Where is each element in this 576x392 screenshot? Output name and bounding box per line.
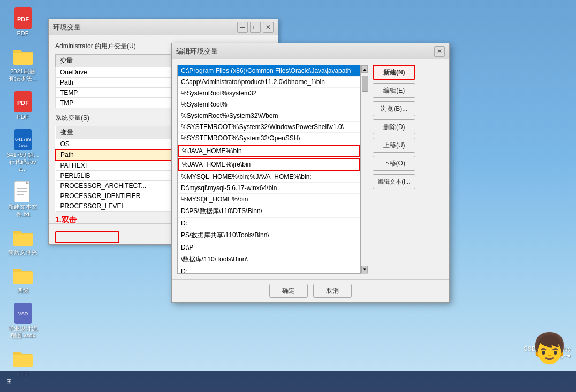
desktop-icon-doc1[interactable]: 641799 Java 641799 第...行代码Java... bbox=[4, 127, 42, 175]
taskbar: ⊞ bbox=[0, 371, 576, 392]
list-item-mysql-home[interactable]: %MYSQL_HOME%\bin bbox=[178, 194, 360, 205]
mascot-character: 👦 bbox=[528, 327, 571, 370]
env-window-title: 环境变量 bbox=[53, 22, 81, 32]
list-scrollbar[interactable]: ▲ ▼ bbox=[361, 65, 368, 274]
list-item-ps-dts[interactable]: D:\PS\数据库\110\DTS\Binn\ bbox=[178, 205, 360, 218]
list-item-d1[interactable]: D: bbox=[178, 218, 360, 229]
icon-label-pdf2: PDF bbox=[17, 114, 29, 120]
folder-icon-3 bbox=[12, 265, 34, 286]
icon-label-pdf1: PDF bbox=[17, 30, 29, 37]
icon-label-folder3: 四级 bbox=[17, 287, 29, 294]
list-item-mysql-winx64[interactable]: D:\mysql\mysql-5.6.17-winx64\bin bbox=[178, 183, 360, 194]
list-item-db-tools[interactable]: \数据库\110\Tools\Binn\ bbox=[178, 253, 360, 266]
desktop-icon-folder2[interactable]: 简历文件夹 bbox=[4, 224, 42, 258]
list-scroll-area: C:\Program Files (x86)\Common Files\Orac… bbox=[177, 65, 368, 274]
icon-label-txt: 新建文本文件.txt bbox=[8, 203, 37, 217]
desktop: PDF PDF 2021刷题有法求法... PDF P bbox=[0, 0, 576, 392]
user-var-name-tmp: TMP bbox=[56, 98, 176, 108]
icon-label-folder2: 简历文件夹 bbox=[8, 249, 37, 256]
list-item-javapath[interactable]: C:\Program Files (x86)\Common Files\Orac… bbox=[178, 65, 360, 77]
list-item-java-bin[interactable]: %JAVA_HOME%\bin bbox=[178, 145, 360, 157]
move-up-btn[interactable]: 上移(U) bbox=[373, 138, 415, 153]
svg-text:PDF: PDF bbox=[17, 16, 29, 22]
desktop-icon-vsdx[interactable]: VSD 毕业设计流程图.vsdx bbox=[4, 300, 42, 341]
user-var-name-path: Path bbox=[56, 78, 176, 88]
list-item-ps-tools[interactable]: PS\数据库共享\110\Tools\Binn\ bbox=[178, 229, 360, 242]
list-item-sysroot[interactable]: %SystemRoot% bbox=[178, 99, 360, 110]
edit-env-dialog: 编辑环境变量 ✕ C:\Program Files (x86)\Common F… bbox=[171, 43, 450, 303]
user-var-col-name: 变量 bbox=[56, 55, 176, 67]
env-window-titlebar: 环境变量 ─ □ ✕ bbox=[49, 19, 278, 35]
list-item-dbhome[interactable]: C:\app\Administrator\product\11.2.0\dbho… bbox=[178, 77, 360, 88]
svg-text:Java: Java bbox=[18, 143, 27, 148]
mascot-emoji: 👦 bbox=[531, 331, 568, 366]
folder-icon-2 bbox=[12, 227, 34, 248]
delete-btn[interactable]: 删除(D) bbox=[373, 119, 415, 134]
desktop-icon-pdf2[interactable]: PDF PDF bbox=[4, 89, 42, 123]
edit-env-title-buttons: ✕ bbox=[434, 46, 445, 57]
icon-label-folder1: 2021刷题有法求法... bbox=[9, 68, 37, 82]
browse-btn[interactable]: 浏览(B)... bbox=[373, 101, 415, 116]
scroll-down-btn[interactable]: ▼ bbox=[361, 266, 368, 273]
desktop-icon-folder1[interactable]: 2021刷题有法求法... bbox=[4, 43, 42, 84]
user-var-name-temp: TEMP bbox=[56, 88, 176, 98]
edit-env-footer: 确定 取消 bbox=[172, 279, 449, 302]
list-item-mysql-java[interactable]: %MYSQL_HOME%\bin;%JAVA_HOME%\bin; bbox=[178, 171, 360, 183]
list-item-dp[interactable]: D:\P bbox=[178, 242, 360, 253]
svg-text:641799: 641799 bbox=[14, 137, 31, 142]
env-window-close[interactable]: ✕ bbox=[263, 22, 274, 33]
scroll-thumb[interactable] bbox=[362, 76, 368, 92]
vsdx-icon: VSD bbox=[12, 303, 34, 324]
taskbar-start[interactable]: ⊞ bbox=[6, 378, 12, 385]
env-side-buttons: 新建(N) 编辑(E) 浏览(B)... 删除(D) 上移(U) 下移(O) 编… bbox=[373, 65, 415, 274]
folder-icon-4 bbox=[12, 348, 34, 369]
svg-text:PDF: PDF bbox=[17, 100, 29, 106]
edit-env-title: 编辑环境变量 bbox=[176, 47, 218, 56]
env-list-box[interactable]: C:\Program Files (x86)\Common Files\Orac… bbox=[177, 65, 361, 274]
edit-btn[interactable]: 编辑(E) bbox=[373, 83, 415, 98]
edit-env-close[interactable]: ✕ bbox=[434, 46, 445, 57]
env-window-minimize[interactable]: ─ bbox=[237, 22, 248, 33]
desktop-icon-txt[interactable]: 新建文本文件.txt bbox=[4, 179, 42, 220]
list-item-d2[interactable]: D: bbox=[178, 266, 360, 274]
scroll-track bbox=[361, 73, 368, 266]
move-down-btn[interactable]: 下移(O) bbox=[373, 156, 415, 171]
list-item-sysroot32[interactable]: %SystemRoot%\system32 bbox=[178, 88, 360, 99]
desktop-icons: PDF PDF 2021刷题有法求法... PDF P bbox=[0, 0, 46, 392]
svg-text:VSD: VSD bbox=[18, 311, 28, 316]
desktop-icon-pdf1[interactable]: PDF PDF bbox=[4, 5, 42, 39]
edit-env-titlebar: 编辑环境变量 ✕ bbox=[172, 43, 449, 59]
list-item-openssh[interactable]: %SYSTEMROOT%\System32\OpenSSH\ bbox=[178, 133, 360, 144]
list-item-java-jre-bin[interactable]: %JAVA_HOME%\jre\bin bbox=[178, 158, 360, 171]
list-item-wbem[interactable]: %SystemRoot%\System32\Wbem bbox=[178, 110, 360, 122]
txt-icon bbox=[12, 181, 34, 202]
pdf-icon-1: PDF bbox=[12, 7, 34, 29]
desktop-icon-folder3[interactable]: 四级 bbox=[4, 262, 42, 296]
edit-cancel-button[interactable]: 取消 bbox=[313, 284, 352, 298]
env-window-maximize[interactable]: □ bbox=[250, 22, 261, 33]
annotation-step1: 1.双击 bbox=[55, 215, 77, 225]
pdf-icon-2: PDF bbox=[12, 91, 34, 112]
folder-icon-1 bbox=[12, 46, 34, 67]
list-items-inner: C:\Program Files (x86)\Common Files\Orac… bbox=[177, 65, 361, 274]
icon-label-doc1: 641799 第...行代码Java... bbox=[6, 152, 40, 173]
env-window-title-buttons: ─ □ ✕ bbox=[237, 22, 274, 33]
edit-ok-button[interactable]: 确定 bbox=[269, 284, 308, 298]
edit-env-content: C:\Program Files (x86)\Common Files\Orac… bbox=[172, 59, 449, 279]
doc-icon-1: 641799 Java bbox=[12, 129, 34, 150]
list-item-powershell[interactable]: %SYSTEMROOT%\System32\WindowsPowerShell\… bbox=[178, 122, 360, 133]
user-var-name-onedrive: OneDrive bbox=[56, 67, 176, 78]
env-list-container: C:\Program Files (x86)\Common Files\Orac… bbox=[177, 65, 444, 274]
scroll-up-btn[interactable]: ▲ bbox=[361, 65, 368, 73]
edit-text-btn[interactable]: 编辑文本(I... bbox=[373, 174, 415, 189]
icon-label-vsdx: 毕业设计流程图.vsdx bbox=[8, 325, 37, 339]
new-btn[interactable]: 新建(N) bbox=[373, 65, 415, 80]
